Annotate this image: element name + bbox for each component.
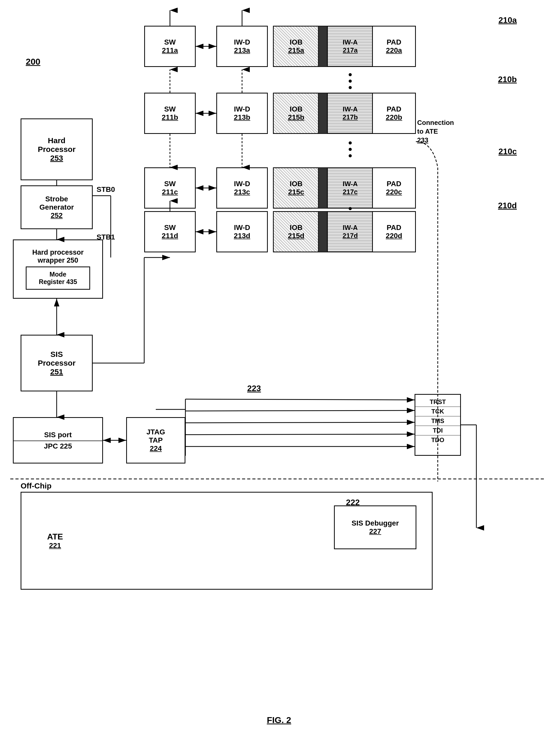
sw-211d-box: SW211d <box>144 211 196 252</box>
sw-211b-box: SW211b <box>144 93 196 134</box>
diagram: 210a 210b 210c 210d 200 HardProcessor253… <box>0 0 558 756</box>
iwa-217b-box: IW-A217b <box>327 93 373 134</box>
sw-211a-box: SW211a <box>144 26 196 67</box>
off-chip-box: ATE 221 222 SIS Debugger227 <box>21 492 433 590</box>
mode-register-box: ModeRegister 435 <box>26 267 90 290</box>
ate-area: ATE 221 <box>47 532 63 550</box>
iob-215a-box: IOB215a <box>273 26 319 67</box>
iob-215d-box: IOB215d <box>273 211 319 252</box>
hard-proc-wrapper-box: Hard processorwrapper 250 ModeRegister 4… <box>13 240 103 299</box>
svg-point-15 <box>349 80 352 83</box>
jpc-label: JPC 225 <box>14 440 102 451</box>
iwd-213d-box: IW-D213d <box>216 211 268 252</box>
ate-ref: 221 <box>49 541 61 550</box>
iwa-217c-box: IW-A217c <box>327 167 373 208</box>
svg-line-30 <box>185 422 414 423</box>
iob-215b-box: IOB215b <box>273 93 319 134</box>
dark-stripe-d <box>318 211 328 252</box>
stb0-label: STB0 <box>97 185 115 194</box>
strobe-gen-box: StrobeGenerator252 <box>21 185 93 229</box>
iwd-213b-box: IW-D213b <box>216 93 268 134</box>
dark-stripe-b <box>318 93 328 134</box>
hard-processor-label: HardProcessor253 <box>38 136 76 162</box>
hard-processor-box: HardProcessor253 <box>21 119 93 180</box>
fig-label: FIG. 2 <box>267 715 291 725</box>
ate-label: ATE <box>47 532 63 541</box>
pad-220c-box: PAD220c <box>372 167 416 208</box>
sis-port-label: SIS port <box>44 429 72 440</box>
ref-210d: 210d <box>498 201 517 210</box>
jtag-signals-box: TRST TCK TMS TDI TDO <box>414 394 461 456</box>
sis-processor-label: SISProcessor251 <box>38 350 76 376</box>
sis-processor-box: SISProcessor251 <box>21 335 93 392</box>
sis-port-box: SIS port JPC 225 <box>13 417 103 463</box>
pad-220d-box: PAD220d <box>372 211 416 252</box>
jtag-tap-box: JTAGTAP224 <box>126 417 185 463</box>
tdo-label: TDO <box>415 435 460 445</box>
tck-label: TCK <box>415 407 460 417</box>
iwd-213a-box: IW-D213a <box>216 26 268 67</box>
sis-debugger-box: SIS Debugger227 <box>334 505 416 549</box>
svg-point-16 <box>349 86 352 89</box>
connection-ate-label: Connectionto ATE233 <box>417 119 454 145</box>
sw-211c-box: SW211c <box>144 167 196 208</box>
strobe-gen-label: StrobeGenerator252 <box>40 195 74 220</box>
ref-210b: 210b <box>498 75 517 84</box>
tdi-label: TDI <box>415 426 460 435</box>
iwd-213c-box: IW-D213c <box>216 167 268 208</box>
hard-proc-wrapper-label: Hard processorwrapper 250 <box>32 249 84 264</box>
dark-stripe-c <box>318 167 328 208</box>
svg-point-19 <box>349 154 352 157</box>
iob-215c-box: IOB215c <box>273 167 319 208</box>
svg-point-14 <box>349 73 352 76</box>
svg-line-29 <box>185 410 414 411</box>
iwa-217a-box: IW-A217a <box>327 26 373 67</box>
pad-220a-box: PAD220a <box>372 26 416 67</box>
svg-point-17 <box>349 141 352 145</box>
pad-220b-box: PAD220b <box>372 93 416 134</box>
ref-210c: 210c <box>499 147 517 156</box>
tms-label: TMS <box>415 417 460 426</box>
off-chip-label: Off-Chip <box>21 481 51 490</box>
ref-200: 200 <box>26 57 41 67</box>
svg-line-28 <box>185 399 414 400</box>
iwa-217d-box: IW-A217d <box>327 211 373 252</box>
dark-stripe-a <box>318 26 328 67</box>
svg-line-31 <box>185 434 414 435</box>
svg-point-18 <box>349 148 352 151</box>
trst-label: TRST <box>415 397 460 407</box>
jtag-tap-label: JTAGTAP224 <box>147 428 165 453</box>
ref-210a: 210a <box>499 16 517 25</box>
ref-223: 223 <box>247 384 261 393</box>
